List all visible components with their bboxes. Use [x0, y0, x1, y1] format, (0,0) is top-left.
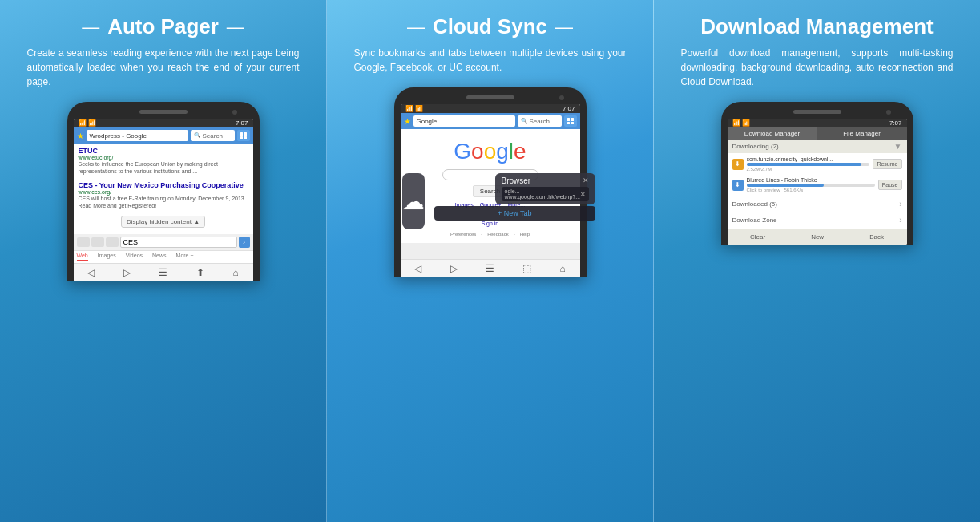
search-go-btn[interactable]: ›	[239, 237, 250, 248]
grid-icon-1	[240, 132, 247, 139]
footer-help[interactable]: Help	[520, 232, 530, 237]
download-zone-row[interactable]: Download Zone ›	[728, 212, 907, 228]
result-snippet-2: CES will host a free E-Rate training on …	[79, 195, 248, 209]
browser-tab-google[interactable]: ogle... www.google.com.hk/webhp?... ✕	[502, 187, 590, 201]
nav-tabs-2[interactable]: ⬚	[522, 263, 531, 274]
downloaded-label: Downloaded (5)	[732, 200, 777, 208]
phone-top-1	[74, 110, 253, 119]
popup-title: Browser ✕	[502, 176, 590, 185]
popup-close-btn[interactable]: ✕	[583, 176, 589, 185]
auto-pager-desc: Create a seamless reading experience wit…	[27, 46, 300, 89]
dm-tab-download-manager[interactable]: Download Manager	[728, 127, 817, 140]
progress-fill-1	[747, 163, 861, 166]
cloud-sync-overlay: ☁ Browser ✕ ogle... www.google.com.hk/we…	[402, 173, 579, 229]
filename-1: com.funzio.crimecity_quickdownl...	[747, 156, 870, 162]
camera-3	[886, 110, 891, 115]
nav-bar-2: ◁ ▷ ☰ ⬚ ⌂	[401, 259, 580, 277]
search-bar-2[interactable]: 🔍 Search	[518, 115, 562, 127]
nav-list-2[interactable]: ☰	[486, 263, 494, 274]
auto-pager-phone: 📶 📶 7:07 ★ Wrodpress - Google 🔍 Search	[67, 102, 260, 281]
phone-top-2	[401, 95, 580, 104]
downloading-header: Downloading (2) ▼	[728, 140, 907, 153]
search-icon-box-3	[106, 237, 119, 247]
status-bar-3: 📶 📶 7:07	[728, 119, 907, 127]
hidden-content-area: Display hidden content ▲	[79, 216, 248, 228]
tab-web[interactable]: Web	[77, 253, 88, 261]
dm-tab-bar: Download Manager File Manager	[728, 127, 907, 140]
dm-back-btn[interactable]: Back	[869, 233, 884, 241]
url-bar-2[interactable]: Google	[413, 115, 515, 127]
browser-bar-1[interactable]: ★ Wrodpress - Google 🔍 Search	[74, 127, 253, 144]
downloaded-chevron: ›	[899, 200, 901, 208]
dm-clear-btn[interactable]: Clear	[750, 233, 765, 241]
download-zone-chevron: ›	[899, 216, 901, 225]
phone-frame-3: 📶 📶 7:07 Download Manager File Manager D…	[721, 102, 913, 245]
camera-2	[559, 95, 564, 100]
star-icon-2: ★	[404, 117, 411, 126]
result-url-2: www.ces.org/	[79, 189, 248, 195]
result-title-2[interactable]: CES - Your New Mexico Purchasing Coopera…	[79, 181, 248, 189]
auto-pager-title: — Auto Pager —	[82, 14, 244, 39]
tab-close-icon[interactable]: ✕	[580, 191, 586, 198]
download-item-2: ⬇ Blurred Lines - Robin Thicke Click to …	[728, 175, 907, 195]
grid-btn-2[interactable]	[564, 115, 577, 127]
footer-feedback[interactable]: Feedback	[487, 232, 508, 237]
page-bottom-filler	[401, 243, 580, 259]
hidden-content-btn[interactable]: Display hidden content ▲	[121, 216, 205, 228]
filename-2: Blurred Lines - Robin Thicke	[747, 177, 875, 183]
google-logo: Google	[454, 139, 526, 164]
result-url-1: www.etuc.org/	[79, 155, 248, 160]
download-zone-label: Download Zone	[732, 216, 777, 224]
url-bar-1[interactable]: Wrodpress - Google	[87, 130, 188, 141]
download-info-2: Blurred Lines - Robin Thicke Click to pr…	[747, 177, 875, 192]
file-size-1: 2.52M/2.7M	[747, 167, 870, 172]
grid-btn-1[interactable]	[237, 130, 250, 141]
download-mgmt-phone: 📶 📶 7:07 Download Manager File Manager D…	[721, 102, 913, 245]
downloaded-row[interactable]: Downloaded (5) ›	[728, 196, 907, 212]
dm-bottom-bar: Clear New Back	[728, 229, 907, 245]
nav-bar-1: ◁ ▷ ☰ ⬆ ⌂	[74, 263, 253, 281]
cloud-icon-box[interactable]: ☁	[402, 173, 425, 229]
nav-back-1[interactable]: ◁	[87, 267, 95, 278]
status-bar-2: 📶 📶 7:07	[401, 104, 580, 113]
nav-upload-1[interactable]: ⬆	[196, 267, 204, 278]
nav-home-2[interactable]: ⌂	[560, 263, 566, 274]
nav-back-2[interactable]: ◁	[414, 263, 421, 274]
download-icon-1: ⬇	[732, 159, 744, 170]
browser-bar-2[interactable]: ★ Google 🔍 Search	[401, 113, 580, 129]
dm-new-btn[interactable]: New	[811, 233, 824, 241]
dm-tab-file-manager[interactable]: File Manager	[817, 127, 907, 140]
nav-forward-1[interactable]: ▷	[123, 267, 131, 278]
tab-more[interactable]: More +	[176, 253, 194, 261]
nav-list-1[interactable]: ☰	[159, 267, 167, 278]
nav-forward-2[interactable]: ▷	[450, 263, 458, 274]
bottom-search-input[interactable]: CES	[120, 237, 237, 248]
download-mgmt-title: Download Management	[700, 14, 933, 39]
search-icon-2: 🔍	[521, 118, 528, 124]
search-icon-1: 🔍	[194, 132, 201, 139]
camera-1	[232, 110, 237, 115]
cloud-sync-phone: 📶 📶 7:07 ★ Google 🔍 Search	[394, 87, 587, 277]
phone-frame-1: 📶 📶 7:07 ★ Wrodpress - Google 🔍 Search	[67, 102, 260, 281]
tab-videos[interactable]: Videos	[126, 253, 143, 261]
pause-btn[interactable]: Pause	[878, 180, 902, 190]
browser-popup: Browser ✕ ogle... www.google.com.hk/webh…	[495, 173, 596, 204]
cloud-sync-desc: Sync bookmarks and tabs between multiple…	[354, 46, 627, 75]
speaker-1	[139, 110, 188, 114]
download-mgmt-desc: Powerful download management, supports m…	[681, 46, 954, 89]
bottom-search-bar[interactable]: CES ›	[74, 234, 253, 250]
tab-news[interactable]: News	[152, 253, 167, 261]
nav-home-1[interactable]: ⌂	[232, 267, 238, 278]
search-bar-1[interactable]: 🔍 Search	[191, 130, 235, 141]
tab-images[interactable]: Images	[98, 253, 116, 261]
status-bar-1: 📶 📶 7:07	[74, 119, 253, 127]
resume-btn[interactable]: Resume	[873, 159, 901, 169]
search-result-1: ETUC www.etuc.org/ Seeks to influence th…	[79, 147, 248, 175]
search-result-2: CES - Your New Mexico Purchasing Coopera…	[79, 181, 248, 209]
result-title-1[interactable]: ETUC	[79, 147, 248, 155]
footer-preferences[interactable]: Preferences	[450, 232, 476, 237]
download-item-1: ⬇ com.funzio.crimecity_quickdownl... 2.5…	[728, 154, 907, 174]
search-results: ETUC www.etuc.org/ Seeks to influence th…	[74, 144, 253, 234]
new-tab-btn[interactable]: + New Tab	[434, 206, 596, 221]
cloud-sync-panel: — Cloud Sync — Sync bookmarks and tabs b…	[326, 0, 654, 522]
